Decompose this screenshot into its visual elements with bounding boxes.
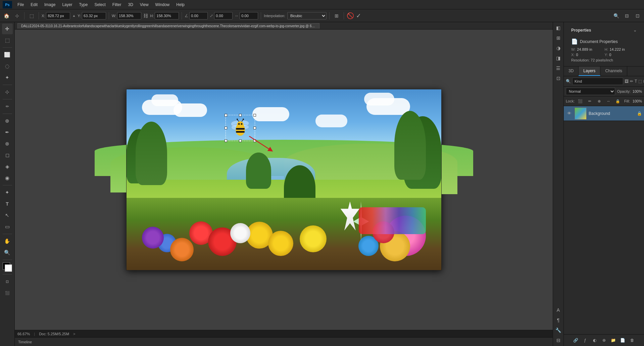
lock-pixels-btn[interactable]: ⬛ — [577, 97, 584, 105]
menu-select[interactable]: Select — [92, 2, 108, 8]
menu-file[interactable]: File — [15, 2, 27, 8]
brush-tool[interactable]: ✒ — [2, 127, 13, 138]
menu-image[interactable]: Image — [42, 2, 58, 8]
chain-icon[interactable]: ⛓ — [143, 13, 148, 18]
handle-bc[interactable] — [239, 139, 242, 142]
toolbar-left: ✛ ⬚ ⬜ ◌ ✦ ⊹ ✏ ⊕ ✒ ⊗ ◻ ◈ ◉ ✦ T ↖ ▭ ✋ 🔍 — [0, 22, 15, 346]
zoom-tool[interactable]: 🔍 — [2, 247, 13, 258]
h-input[interactable] — [155, 12, 179, 19]
menu-filter[interactable]: Filter — [110, 2, 124, 8]
cancel-transform-icon[interactable]: 🚫 — [347, 12, 354, 19]
layer-visibility-toggle[interactable]: 👁 — [566, 110, 573, 117]
w-input[interactable] — [117, 12, 141, 19]
lock-all-btn[interactable]: 🔒 — [614, 97, 622, 105]
layer-filter-text[interactable]: T — [635, 78, 637, 85]
crop-tool[interactable]: ⊹ — [2, 87, 13, 97]
angle-input[interactable] — [189, 12, 208, 19]
layers-panel-icon[interactable]: ⊞ — [554, 34, 563, 42]
new-layer-btn[interactable]: 📄 — [619, 337, 627, 344]
eyedropper-tool[interactable]: ✏ — [2, 101, 13, 112]
confirm-transform-icon[interactable]: ✓ — [356, 12, 361, 19]
healing-tool[interactable]: ⊕ — [2, 116, 13, 126]
layers-search-input[interactable] — [572, 78, 623, 85]
tab-channels[interactable]: Channels — [600, 67, 627, 76]
menu-view[interactable]: View — [137, 2, 151, 8]
dodge-tool[interactable]: ◉ — [2, 173, 13, 183]
screen-mode-tool[interactable]: ⬛ — [2, 288, 13, 298]
plugins-icon[interactable]: ⊡ — [554, 74, 563, 83]
clone-tool[interactable]: ⊗ — [2, 138, 13, 149]
status-arrow[interactable]: > — [73, 332, 75, 336]
y-input[interactable] — [82, 12, 106, 19]
paragraph-icon[interactable]: ¶ — [554, 316, 563, 325]
text-tool[interactable]: T — [2, 199, 13, 209]
ai-icon[interactable]: A — [554, 306, 563, 314]
magic-wand-tool[interactable]: ✦ — [2, 72, 13, 83]
interp-dropdown[interactable]: Bicubic Bilinear Nearest Neighbor — [287, 12, 327, 19]
eraser-tool[interactable]: ◻ — [2, 150, 13, 161]
handle-tl[interactable] — [225, 114, 227, 117]
blend-mode-dropdown[interactable]: Normal Multiply Screen Overlay — [566, 88, 615, 95]
lock-artboard-btn[interactable]: ↔ — [605, 97, 612, 105]
pen-tool[interactable]: ✦ — [2, 187, 13, 198]
frames-icon[interactable]: ⊟ — [554, 336, 563, 345]
artboard-icon[interactable]: ⬚ — [27, 11, 36, 20]
tab-layers[interactable]: Layers — [579, 67, 600, 76]
move-tool-icon[interactable]: ⊹ — [13, 11, 21, 20]
menu-help[interactable]: Help — [174, 2, 187, 8]
new-group-btn[interactable]: 📁 — [610, 337, 617, 344]
link-layers-btn[interactable]: 🔗 — [572, 337, 580, 344]
menu-edit[interactable]: Edit — [28, 2, 40, 8]
lock-position-btn[interactable]: ⊕ — [595, 97, 603, 105]
styles-icon[interactable]: ◨ — [554, 54, 563, 62]
home-icon[interactable]: 🏠 — [2, 11, 11, 20]
shape-tool[interactable]: ▭ — [2, 221, 13, 232]
handle-ml[interactable] — [225, 127, 227, 129]
svg-point-13 — [243, 119, 244, 120]
move-tool[interactable]: ✛ — [2, 24, 13, 34]
x-input[interactable] — [46, 12, 70, 19]
hand-tool[interactable]: ✋ — [2, 236, 13, 247]
quick-mask-tool[interactable]: ⊡ — [2, 276, 13, 287]
status-bar: 66.67% | Doc: 5.25M/5.25M > — [15, 330, 553, 337]
lock-image-btn[interactable]: ✏ — [586, 97, 593, 105]
skew-input[interactable] — [214, 12, 233, 19]
marquee-tool[interactable]: ⬜ — [2, 49, 13, 60]
handle-bl[interactable] — [225, 139, 227, 142]
path-tool[interactable]: ↖ — [2, 210, 13, 221]
tool-sep-6 — [3, 234, 12, 234]
layer-background[interactable]: 👁 Background 🔒 — [564, 106, 644, 121]
color-swatch[interactable] — [2, 262, 13, 272]
layer-style-btn[interactable]: ƒ — [582, 337, 589, 344]
separator-3 — [109, 12, 109, 19]
background-color[interactable] — [5, 264, 12, 272]
menu-layer[interactable]: Layer — [59, 2, 75, 8]
menu-3d[interactable]: 3D — [125, 2, 136, 8]
share-icon[interactable]: ⊡ — [633, 11, 642, 20]
tab-3d[interactable]: 3D — [564, 67, 579, 76]
arrange-icon[interactable]: ⊟ — [623, 11, 631, 20]
properties-collapse[interactable]: ⌄ — [633, 28, 637, 33]
lasso-tool[interactable]: ◌ — [2, 61, 13, 72]
layer-filter-type[interactable]: 🖼 — [625, 78, 629, 85]
adjustments-icon[interactable]: ◑ — [554, 44, 563, 52]
layer-filter-shape[interactable]: ⬚ — [638, 78, 642, 85]
tools-icon[interactable]: 🔧 — [554, 326, 563, 335]
handle-tc[interactable] — [239, 114, 242, 117]
menu-window[interactable]: Window — [153, 2, 172, 8]
delete-layer-btn[interactable]: 🗑 — [629, 337, 636, 344]
search-icon[interactable]: 🔍 — [612, 11, 621, 20]
layer-filter-adj[interactable]: ✏ — [630, 78, 633, 85]
handle-mr[interactable] — [253, 127, 256, 129]
libraries-icon[interactable]: ☰ — [554, 64, 563, 73]
artboard-tool[interactable]: ⬚ — [2, 35, 13, 46]
hskew-input[interactable] — [240, 12, 258, 19]
handle-tr[interactable] — [253, 114, 256, 117]
warp-icon[interactable]: ⊞ — [332, 11, 341, 20]
properties-panel-icon[interactable]: ◧ — [554, 24, 563, 32]
menu-type[interactable]: Type — [76, 2, 90, 8]
document-tab[interactable]: DALLE2024-05-3110.16.21-Avibrantcolorful… — [17, 23, 319, 29]
new-fill-btn[interactable]: ⊕ — [600, 337, 608, 344]
gradient-tool[interactable]: ◈ — [2, 161, 13, 172]
layer-mask-btn[interactable]: ◐ — [591, 337, 598, 344]
